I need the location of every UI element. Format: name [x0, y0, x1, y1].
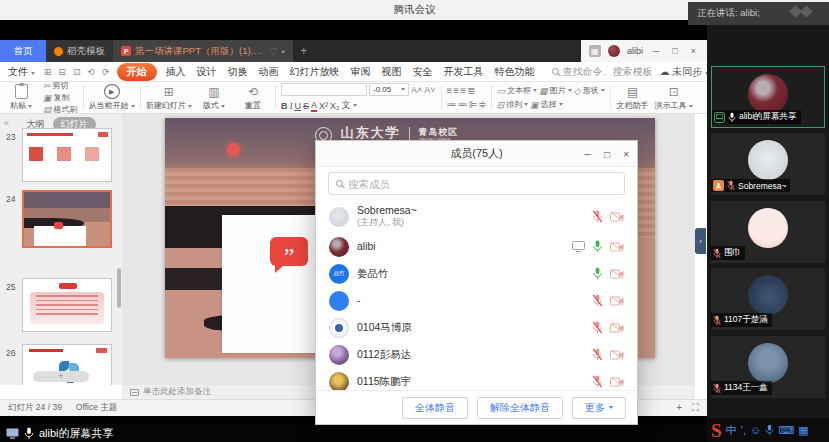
- menu-insert[interactable]: 插入: [164, 65, 188, 79]
- collapse-panel-icon[interactable]: «: [4, 118, 9, 128]
- mic-muted-icon[interactable]: [592, 321, 603, 334]
- align-left-icon[interactable]: ≡: [447, 85, 452, 96]
- member-row[interactable]: 0112彭易达: [316, 341, 637, 368]
- arrange-button[interactable]: ⊟排列: [497, 99, 529, 110]
- dialog-maximize-icon[interactable]: □: [604, 149, 610, 160]
- account-avatar[interactable]: [608, 45, 620, 57]
- slide-thumbnail-23[interactable]: [22, 128, 112, 182]
- indent-icon[interactable]: ⊫: [469, 99, 477, 110]
- ime-keyboard-icon[interactable]: ⌨: [778, 424, 794, 437]
- menu-design[interactable]: 设计: [195, 65, 219, 79]
- camera-off-icon[interactable]: [610, 269, 624, 279]
- bullets-icon[interactable]: ≔: [447, 99, 456, 110]
- member-dialog-titlebar[interactable]: 成员(75人) ─ □ ×: [316, 141, 637, 167]
- dialog-minimize-icon[interactable]: ─: [584, 149, 591, 160]
- strike-button[interactable]: S: [303, 101, 309, 111]
- mic-muted-icon[interactable]: [592, 294, 603, 307]
- close-icon[interactable]: ×: [688, 46, 699, 56]
- superscript-button[interactable]: X²: [319, 101, 328, 111]
- menu-devtools[interactable]: 开发工具: [442, 65, 486, 79]
- present-tools-button[interactable]: ⊡ 演示工具: [655, 84, 693, 111]
- textbox-button[interactable]: ▭文本框: [497, 85, 538, 96]
- menu-home[interactable]: 开始: [117, 63, 157, 81]
- select-button[interactable]: ▣选择: [530, 99, 563, 110]
- ime-emoji-icon[interactable]: ☺: [750, 424, 761, 436]
- numbering-icon[interactable]: ≕: [458, 99, 467, 110]
- mic-muted-icon[interactable]: [592, 210, 603, 223]
- font-decrease-icon[interactable]: A˅: [424, 85, 435, 95]
- camera-off-icon[interactable]: [610, 377, 624, 387]
- ime-mode-icon[interactable]: 中: [726, 423, 737, 438]
- minimize-icon[interactable]: ─: [650, 46, 662, 56]
- play-from-current-button[interactable]: ▶ 从当前开始: [89, 84, 135, 111]
- camera-off-icon[interactable]: [610, 296, 624, 306]
- mic-on-icon[interactable]: [592, 267, 603, 280]
- slide-thumbnail-24-selected[interactable]: [22, 190, 112, 248]
- format-painter-button[interactable]: ▤格式刷: [43, 104, 78, 114]
- tab-wps-home[interactable]: 首页: [0, 40, 46, 62]
- menu-view[interactable]: 视图: [380, 65, 404, 79]
- line-spacing-icon[interactable]: ≑: [478, 99, 485, 110]
- picture-button[interactable]: ▦图片: [539, 85, 572, 96]
- menu-file[interactable]: 文件: [6, 65, 37, 79]
- bold-button[interactable]: B: [281, 101, 288, 111]
- new-tab-button[interactable]: +: [293, 40, 315, 62]
- account-name[interactable]: alibi: [627, 46, 643, 56]
- member-search-box[interactable]: [328, 172, 625, 195]
- participant-tile[interactable]: 1107于楚涵: [711, 268, 825, 330]
- menu-animation[interactable]: 动画: [257, 65, 281, 79]
- right-panel-toggle[interactable]: ‹: [695, 228, 706, 254]
- maximize-icon[interactable]: □: [669, 46, 680, 56]
- shape-button[interactable]: ◇形状: [574, 85, 605, 96]
- doc-helper-button[interactable]: ▤ 文档助手: [616, 84, 650, 111]
- save-icon[interactable]: ⊞: [44, 67, 52, 77]
- menu-security[interactable]: 安全: [411, 65, 435, 79]
- layout-button[interactable]: ▥ 版式: [197, 84, 231, 111]
- fit-slide-icon[interactable]: ⛶: [692, 402, 699, 414]
- print-icon[interactable]: ⊟: [58, 67, 66, 77]
- align-justify-icon[interactable]: ≣: [467, 85, 474, 96]
- participant-tile[interactable]: 围巾: [711, 201, 825, 263]
- reset-button[interactable]: ⟲ 重置: [236, 84, 270, 111]
- ime-punct-icon[interactable]: ’,: [741, 424, 747, 436]
- member-row[interactable]: 0104马博原: [316, 314, 637, 341]
- camera-off-icon[interactable]: [610, 350, 624, 360]
- menu-transition[interactable]: 切换: [226, 65, 250, 79]
- text-effect-button[interactable]: 文: [342, 99, 357, 112]
- member-search-input[interactable]: [348, 178, 617, 190]
- mic-on-icon[interactable]: [592, 240, 603, 253]
- align-right-icon[interactable]: ≡: [460, 85, 465, 96]
- subscript-button[interactable]: X₂: [330, 101, 340, 111]
- redo-icon[interactable]: ⟳: [102, 67, 110, 77]
- mic-muted-icon[interactable]: [592, 375, 603, 388]
- ime-voice-icon[interactable]: [765, 424, 774, 436]
- sharing-screen-icon[interactable]: [572, 241, 585, 252]
- member-row[interactable]: 品竹 姜品竹: [316, 260, 637, 287]
- undo-icon[interactable]: ⟲: [87, 67, 95, 77]
- camera-off-icon[interactable]: [610, 323, 624, 333]
- camera-off-icon[interactable]: [610, 212, 624, 222]
- mute-all-button[interactable]: 全体静音: [402, 397, 468, 419]
- tab-docer-template[interactable]: 稻壳模板: [46, 40, 113, 62]
- participant-tile[interactable]: 1134王一鑫: [711, 336, 825, 398]
- align-center-icon[interactable]: ≡: [453, 85, 458, 96]
- tab-document[interactable]: P 第一场讲课PPT（用版）(1).pptx ♡ •: [113, 40, 293, 62]
- font-color-button[interactable]: A: [311, 100, 317, 112]
- zoom-in-icon[interactable]: +: [676, 402, 682, 414]
- menu-slideshow[interactable]: 幻灯片放映: [288, 65, 342, 79]
- theme-indicator[interactable]: Office 主题: [76, 402, 117, 414]
- mic-muted-icon[interactable]: [592, 348, 603, 361]
- new-slide-button[interactable]: ⊞ 新建幻灯片: [146, 84, 192, 111]
- member-row[interactable]: 0115陈鹏宇: [316, 368, 637, 390]
- member-row[interactable]: -: [316, 287, 637, 314]
- font-size-input[interactable]: -0.05: [369, 83, 409, 96]
- paste-button[interactable]: 粘贴: [4, 84, 38, 111]
- sogou-logo-icon[interactable]: S: [711, 421, 722, 440]
- sync-status[interactable]: ☁ 未同步: [660, 65, 707, 79]
- italic-button[interactable]: I: [289, 101, 292, 111]
- participant-tile-sharer[interactable]: alibi的屏幕共享: [711, 66, 825, 128]
- preview-icon[interactable]: ⊡: [73, 67, 81, 77]
- font-increase-icon[interactable]: A˄: [411, 85, 422, 95]
- command-search[interactable]: 查找命令、搜索模板: [552, 65, 653, 79]
- copy-button[interactable]: ▣复制: [43, 92, 78, 103]
